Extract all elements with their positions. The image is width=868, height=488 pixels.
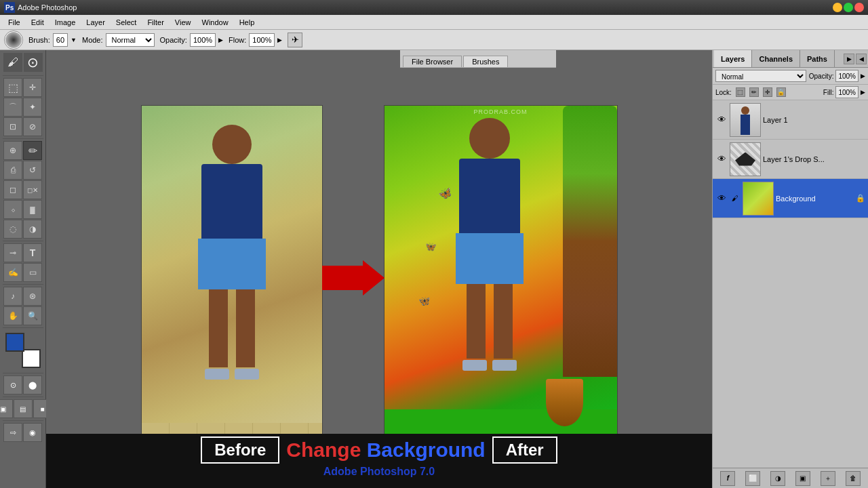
toolbar-separator-6 [3,373,43,373]
slice-tool[interactable]: ⊘ [23,117,42,136]
layer1-visibility[interactable]: 👁 [715,114,728,126]
ps-icon: Ps [4,2,15,13]
standard-mode[interactable]: ⊙ [3,375,22,394]
tool-row-11: ♪ ⊛ [3,287,42,306]
add-fx-button[interactable]: f [720,471,735,486]
add-mask-button[interactable]: ⬜ [745,471,760,486]
type-tool[interactable]: T [23,243,42,262]
fill-input[interactable]: 100% [835,86,859,98]
flow-arrow[interactable]: ▶ [277,37,282,43]
layer-item-background[interactable]: 👁 🖌 Background 🔒 [713,179,868,218]
tool-row-1: ⬚ ✛ [3,78,42,97]
brush-tool[interactable]: ✏ [23,141,42,160]
crop-tool[interactable]: ⊡ [3,117,22,136]
menu-view[interactable]: View [170,17,197,28]
blur-tool[interactable]: ◌ [3,220,22,239]
healing-tool[interactable]: ⊕ [3,141,22,160]
gradient-tool[interactable]: ▓ [23,200,42,219]
opacity-stepper[interactable]: ▶ [861,73,865,79]
opacity-controls: Opacity: 100% ▶ [809,70,865,82]
new-fill-button[interactable]: ◑ [770,471,785,486]
stamp-tool[interactable]: ⎙ [3,161,22,180]
lock-transparent-icon[interactable]: ⬚ [736,87,745,97]
mode-label: Mode: [82,36,103,44]
eyedropper-tool[interactable]: ⊛ [23,287,42,306]
jump-to-ir-btn[interactable]: ⇨ [3,423,22,442]
browser-btn[interactable]: ◉ [23,423,42,442]
dropshadow-visibility[interactable]: 👁 [715,153,728,165]
move-tool[interactable]: ✛ [23,78,42,97]
opacity-arrow[interactable]: ▶ [218,37,223,43]
shape-tool[interactable]: ▭ [23,263,42,282]
airbrush-toggle[interactable]: ✈ [288,33,302,47]
marquee-tool[interactable]: ⬚ [3,78,22,97]
brushes-tab[interactable]: Brushes [463,56,508,67]
background-visibility[interactable]: 👁 [715,192,728,205]
lasso-tool[interactable]: ⌒ [3,98,22,117]
menu-filter[interactable]: Filter [142,17,169,28]
screen-mode-1[interactable]: ▣ [0,399,13,418]
blend-mode-select[interactable]: Normal Dissolve Multiply Screen Overlay [715,70,806,82]
notes-tool[interactable]: ♪ [3,287,22,306]
ps-version-label: Adobe Photoshop 7.0 [323,466,435,478]
menu-layer[interactable]: Layer [81,17,111,28]
window-controls [833,3,864,12]
wand-tool[interactable]: ✦ [23,98,42,117]
new-layer-button[interactable]: ＋ [821,471,835,486]
lock-all-icon[interactable]: 🔒 [776,87,786,97]
hand-tool[interactable]: ✋ [3,306,22,325]
brush-preview [4,30,23,49]
mode-group: Mode: Normal Dissolve Multiply [82,33,155,47]
minimize-button[interactable] [833,3,842,12]
opacity-label: Opacity: [160,36,187,44]
toolbar-separator-2 [3,138,43,139]
close-button[interactable] [854,3,864,12]
background-thumbnail [743,182,774,216]
layer-item-dropshadow[interactable]: 👁 Layer 1's Drop S... [713,140,868,179]
menu-file[interactable]: File [3,17,26,28]
layer-item-layer1[interactable]: 👁 Layer 1 [713,100,868,140]
background-color-swatch[interactable] [22,349,41,368]
background-lock-icon: 🔒 [856,194,865,203]
menu-edit[interactable]: Edit [26,17,50,28]
tab-paths[interactable]: Paths [800,50,835,67]
opacity-input[interactable]: 100% [835,70,859,82]
dodge-tool[interactable]: ◑ [23,220,42,239]
menu-select[interactable]: Select [111,17,142,28]
quickmask-mode[interactable]: ⬤ [23,375,42,394]
foreground-color-swatch[interactable] [5,333,24,352]
canvas-drawing-area[interactable]: PRODRAB.COM [46,91,712,465]
menu-help[interactable]: Help [234,17,260,28]
brush-size-display: 60 [53,33,68,47]
lock-paint-icon[interactable]: ✏ [749,87,759,97]
brush-dropdown-arrow[interactable]: ▼ [71,37,77,43]
eraser-tool[interactable]: ◻ [3,180,22,199]
lock-move-icon[interactable]: ✛ [763,87,772,97]
direction-arrow [323,254,384,302]
left-toolbar: 🖌 ⊙ ⬚ ✛ ⌒ ✦ ⊡ ⊘ ⊕ ✏ ⎙ ↺ ◻ ◻✕ [0,50,46,488]
history-brush[interactable]: ↺ [23,161,42,180]
zoom-tool[interactable]: 🔍 [23,306,42,325]
recent-tool[interactable]: ⊙ [24,53,43,72]
path-tool[interactable]: ⊸ [3,243,22,262]
mode-select[interactable]: Normal Dissolve Multiply [106,33,155,47]
file-browser-tab[interactable]: File Browser [403,56,462,67]
pen-tool[interactable]: ✍ [3,263,22,282]
fill-tool[interactable]: ⬦ [3,200,22,219]
delete-layer-button[interactable]: 🗑 [846,471,861,486]
menu-image[interactable]: Image [50,17,81,28]
panel-collapse-button[interactable]: ▶ [844,54,854,64]
new-group-button[interactable]: ▣ [795,471,810,486]
panel-expand-button[interactable]: ◀ [856,54,867,64]
flow-group: Flow: 100% ▶ [229,33,282,47]
tab-channels[interactable]: Channels [752,50,800,67]
fill-stepper[interactable]: ▶ [861,89,865,96]
bg-eraser[interactable]: ◻✕ [23,180,42,199]
before-label: Before [201,436,279,464]
maximize-button[interactable] [844,3,853,12]
brush-tool-large[interactable]: 🖌 [3,53,22,72]
flow-value: 100% [249,33,275,47]
tab-layers[interactable]: Layers [714,50,752,67]
screen-mode-2[interactable]: ▤ [14,399,33,418]
menu-window[interactable]: Window [197,17,234,28]
